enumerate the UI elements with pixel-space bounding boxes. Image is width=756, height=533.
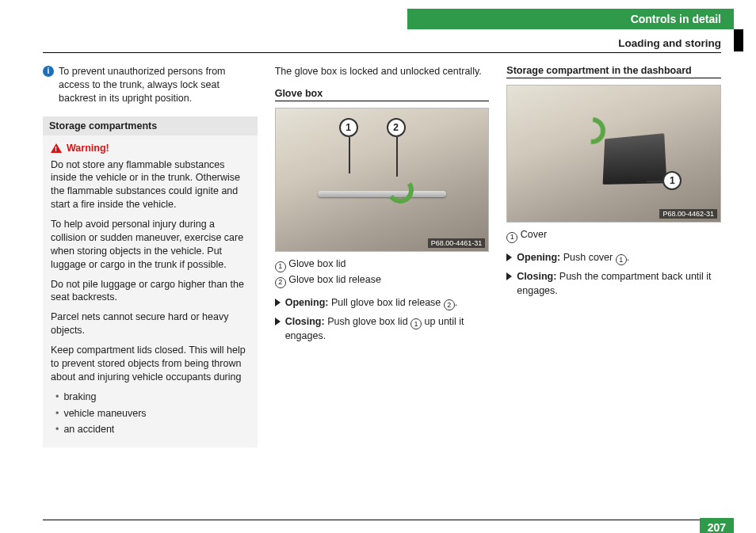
- warning-bullets: braking vehicle maneuvers an accident: [51, 390, 250, 437]
- legend: 1 Cover: [506, 227, 721, 243]
- warning-header: Warning!: [51, 142, 250, 155]
- compartment-graphic: [602, 133, 666, 185]
- info-note-text: To prevent unauthorized persons from acc…: [59, 65, 258, 105]
- action-opening: Opening: Pull glove box lid release 2.: [275, 296, 490, 310]
- callout-2: 2: [387, 118, 406, 137]
- chapter-title: Controls in detail: [407, 9, 734, 29]
- figure-id: P68.00-4462-31: [659, 209, 717, 219]
- dash-compartment-heading: Storage compartment in the dashboard: [506, 65, 721, 78]
- triangle-icon: [275, 299, 281, 306]
- warning-para: Keep compartment lids closed. This will …: [51, 344, 250, 384]
- page-number: 207: [700, 518, 734, 533]
- content-columns: i To prevent unauthorized persons from a…: [43, 65, 721, 447]
- warning-para: Do not pile luggage or cargo higher than…: [51, 278, 250, 305]
- triangle-icon: [506, 272, 512, 280]
- action-text: Closing: Push the compartment back until…: [517, 270, 721, 298]
- column-2: The glove box is locked and unlocked cen…: [275, 65, 490, 447]
- chapter-tab: Controls in detail: [407, 9, 734, 29]
- dash-compartment-figure: 1 P68.00-4462-31: [506, 85, 721, 223]
- column-1: i To prevent unauthorized persons from a…: [43, 65, 258, 447]
- bullet: an accident: [55, 423, 250, 436]
- glove-handle-graphic: [318, 191, 445, 197]
- footer: 207: [43, 520, 734, 520]
- bullet: vehicle maneuvers: [55, 407, 250, 421]
- storage-heading: Storage compartments: [43, 116, 258, 135]
- action-closing: Closing: Push the compartment back until…: [506, 270, 721, 298]
- legend-item: 2 Glove box lid release: [275, 272, 490, 288]
- legend-item: 1 Cover: [506, 227, 721, 243]
- bullet: braking: [55, 390, 250, 404]
- action-opening: Opening: Push cover 1.: [506, 251, 721, 265]
- legend-item: 1 Glove box lid: [275, 257, 490, 272]
- legend-text: Glove box lid release: [288, 274, 381, 285]
- warning-label: Warning!: [67, 142, 109, 155]
- action-text: Opening: Push cover 1.: [517, 251, 629, 265]
- actions: Opening: Push cover 1. Closing: Push the…: [506, 251, 721, 298]
- legend-num: 1: [275, 261, 286, 272]
- callout-1: 1: [662, 171, 682, 190]
- footer-rule: [43, 520, 734, 520]
- legend-num: 2: [275, 277, 286, 288]
- action-text: Opening: Pull glove box lid release 2.: [285, 296, 458, 310]
- warning-para: To help avoid personal injury during a c…: [51, 218, 250, 272]
- warning-box: Warning! Do not store any flammable subs…: [43, 135, 258, 448]
- glove-intro: The glove box is locked and unlocked cen…: [275, 65, 490, 78]
- callout-1: 1: [339, 118, 358, 137]
- info-icon: i: [43, 66, 54, 77]
- glove-box-figure: 1 2 P68.00-4461-31: [275, 108, 490, 252]
- actions: Opening: Pull glove box lid release 2. C…: [275, 296, 490, 344]
- legend-text: Glove box lid: [288, 258, 346, 269]
- callout-line: [647, 181, 664, 182]
- thumb-index-marker: [734, 29, 743, 51]
- warning-para: Do not store any flammable substances in…: [51, 158, 250, 212]
- section-rule: [43, 52, 721, 53]
- callout-line: [349, 137, 350, 173]
- triangle-icon: [275, 318, 281, 326]
- triangle-icon: [506, 253, 512, 261]
- warning-para: Parcel nets cannot secure hard or heavy …: [51, 310, 250, 337]
- arrow-graphic: [384, 174, 415, 205]
- action-text: Closing: Push glove box lid 1 up until i…: [285, 315, 490, 344]
- callout-line: [396, 137, 398, 177]
- section-title: Loading and storing: [0, 37, 721, 49]
- legend: 1 Glove box lid 2 Glove box lid release: [275, 257, 490, 288]
- action-closing: Closing: Push glove box lid 1 up until i…: [275, 315, 490, 344]
- glove-box-heading: Glove box: [275, 88, 490, 101]
- legend-text: Cover: [521, 229, 547, 240]
- figure-id: P68.00-4461-31: [428, 238, 486, 248]
- top-bar: Controls in detail: [0, 9, 734, 29]
- column-3: Storage compartment in the dashboard 1 P…: [506, 65, 721, 447]
- warning-icon: [51, 143, 62, 153]
- legend-num: 1: [506, 232, 517, 243]
- info-note: i To prevent unauthorized persons from a…: [43, 65, 258, 105]
